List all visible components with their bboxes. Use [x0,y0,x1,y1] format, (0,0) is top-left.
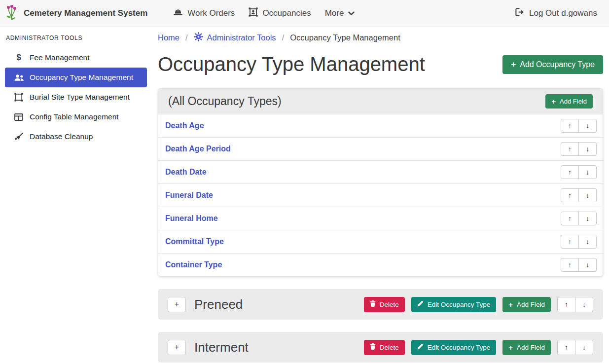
field-link[interactable]: Committal Type [165,237,224,246]
arrow-up-icon: ↑ [568,122,572,130]
app-brand[interactable]: Cemetery Management System [5,4,147,22]
table-icon [13,113,25,121]
breadcrumb: Home / [158,32,603,43]
occupancy-type-section: + Preneed Delete Edit [158,289,603,320]
move-up-button[interactable]: ↑ [561,119,579,133]
section-actions: Delete Edit Occupancy Type + Add Field ↑ [364,340,593,355]
delete-label: Delete [380,344,399,351]
nav-occupancies[interactable]: Occupancies [249,7,311,19]
move-down-button[interactable]: ↓ [578,165,597,179]
add-field-button[interactable]: + Add Field [545,94,593,109]
add-occupancy-type-button[interactable]: + Add Occupancy Type [502,55,603,74]
field-row: Funeral Home ↑ ↓ [158,207,603,230]
arrow-up-icon: ↑ [568,191,572,199]
move-up-button[interactable]: ↑ [561,188,579,202]
nav-work-orders[interactable]: Work Orders [173,8,235,19]
frame-user-icon [249,7,258,19]
app-title: Cemetery Management System [24,8,147,18]
occupancy-type-title: Interment [194,340,249,355]
plus-icon: + [508,301,513,308]
delete-button[interactable]: Delete [364,297,405,312]
logout-link[interactable]: Log Out d.gowans [515,8,597,19]
delete-button[interactable]: Delete [364,340,405,355]
arrow-down-icon: ↓ [586,168,589,176]
sidebar-item-fee-management[interactable]: $ Fee Management [5,48,147,68]
field-row: Death Age ↑ ↓ [158,114,603,137]
field-link[interactable]: Funeral Home [165,214,218,223]
arrow-up-icon: ↑ [565,300,568,308]
arrow-down-icon: ↓ [582,343,586,351]
field-link[interactable]: Death Age Period [165,145,231,153]
edit-occupancy-type-button[interactable]: Edit Occupancy Type [411,297,496,312]
reorder-buttons: ↑ ↓ [561,212,597,225]
add-field-label: Add Field [517,301,545,308]
sidebar-item-label: Config Table Management [30,112,119,121]
reorder-buttons: ↑ ↓ [561,235,597,249]
edit-occupancy-type-button[interactable]: Edit Occupancy Type [411,340,496,355]
sidebar-item-label: Burial Site Type Management [30,93,130,102]
sidebar-heading: ADMINISTRATOR TOOLS [0,30,152,48]
dollar-icon: $ [13,53,25,63]
add-field-button[interactable]: + Add Field [502,297,551,312]
pencil-icon [417,343,424,351]
reorder-buttons: ↑ ↓ [561,142,597,156]
sidebar-item-occupancy-type-management[interactable]: Occupancy Type Management [5,68,147,87]
plus-icon: + [551,98,556,105]
move-down-button[interactable]: ↓ [578,142,597,156]
occupancy-type-section: + Interment Delete Edi [158,332,603,363]
move-up-button[interactable]: ↑ [561,165,579,179]
move-down-button[interactable]: ↓ [578,119,597,133]
chevron-down-icon [348,8,355,18]
field-link[interactable]: Container Type [165,260,222,269]
field-link[interactable]: Death Date [165,168,207,177]
arrow-up-icon: ↑ [565,343,568,351]
occupancy-type-title: Preneed [194,297,243,312]
broom-icon [13,133,25,141]
breadcrumb-separator: / [185,33,188,42]
sidebar-item-database-cleanup[interactable]: Database Cleanup [5,127,147,146]
arrow-down-icon: ↓ [586,145,589,153]
move-down-button[interactable]: ↓ [575,297,593,312]
move-up-button[interactable]: ↑ [561,235,579,249]
arrow-up-icon: ↑ [568,238,572,246]
sidebar-item-config-table-management[interactable]: Config Table Management [5,107,147,127]
expand-button[interactable]: + [168,340,186,355]
expand-button[interactable]: + [168,297,186,312]
sidebar-item-burial-site-type-management[interactable]: Burial Site Type Management [5,87,147,107]
field-link[interactable]: Funeral Date [165,191,213,200]
move-up-button[interactable]: ↑ [561,212,579,225]
arrow-up-icon: ↑ [568,145,572,153]
field-row: Death Age Period ↑ ↓ [158,137,603,160]
arrow-up-icon: ↑ [568,168,572,176]
page-title: Occupancy Type Management [158,53,425,75]
breadcrumb-current-page: Occupancy Type Management [290,33,400,42]
breadcrumb-administrator-tools[interactable]: Administrator Tools [194,32,276,43]
reorder-buttons: ↑ ↓ [561,188,597,202]
field-row: Death Date ↑ ↓ [158,160,603,183]
edit-occupancy-type-label: Edit Occupancy Type [428,301,490,308]
tulip-logo-icon [5,4,19,22]
move-down-button[interactable]: ↓ [575,340,593,355]
move-up-button[interactable]: ↑ [557,297,575,312]
trash-icon [370,343,376,351]
field-link[interactable]: Death Age [165,121,204,130]
breadcrumb-home[interactable]: Home [158,33,179,42]
all-occupancy-types-card: (All Occupancy Types) + Add Field Death … [158,88,603,277]
nav-more-label: More [325,8,344,18]
arrow-down-icon: ↓ [586,122,589,130]
logout-label: Log Out d.gowans [529,8,597,18]
arrow-down-icon: ↓ [586,191,589,199]
move-down-button[interactable]: ↓ [578,235,597,249]
move-down-button[interactable]: ↓ [578,212,597,225]
move-down-button[interactable]: ↓ [578,258,597,272]
arrow-up-icon: ↑ [568,261,572,269]
move-up-button[interactable]: ↑ [561,258,579,272]
move-up-button[interactable]: ↑ [561,142,579,156]
add-field-button[interactable]: + Add Field [502,340,551,355]
arrow-down-icon: ↓ [586,238,589,246]
card-title: (All Occupancy Types) [168,95,282,108]
move-up-button[interactable]: ↑ [557,340,575,355]
plus-icon: + [508,344,513,351]
move-down-button[interactable]: ↓ [578,188,597,202]
nav-more[interactable]: More [325,8,355,18]
